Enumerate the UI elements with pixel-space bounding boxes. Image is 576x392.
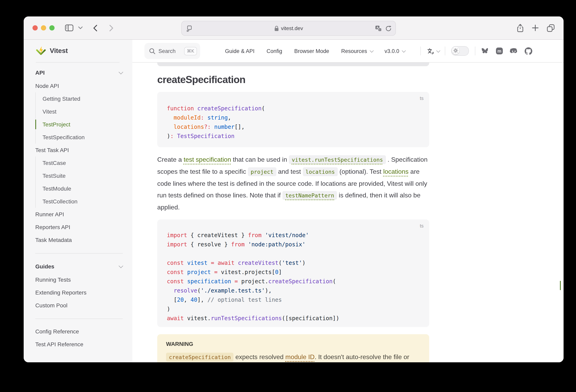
search-icon [149, 48, 155, 54]
discord-icon[interactable] [510, 48, 518, 54]
lock-icon [274, 26, 279, 31]
sidebar-item-testspecification[interactable]: TestSpecification [43, 131, 123, 144]
social-links: m [482, 47, 532, 55]
svg-text:m: m [498, 49, 502, 54]
tab-overview-icon[interactable] [547, 24, 555, 32]
link-module-id[interactable]: module ID [285, 354, 315, 360]
sidebar-item-reporters-api[interactable]: Reporters API [35, 221, 123, 234]
language-menu[interactable]: A [427, 48, 439, 54]
nav-browser-mode[interactable]: Browser Mode [294, 48, 329, 54]
sidebar: Vitest APINode APIGetting StartedVitestT… [24, 40, 132, 362]
sidebar-item-node-api[interactable]: Node API [35, 79, 123, 92]
sidebar-divider [35, 319, 123, 319]
translate-page-icon[interactable]: Ax [375, 25, 382, 31]
warning-callout: WARNING createSpecification expects reso… [157, 334, 429, 362]
sidebar-item-test-api-reference[interactable]: Test API Reference [35, 338, 123, 351]
reload-icon[interactable] [385, 25, 392, 31]
site-header: Search ⌘K Guide & APIConfigBrowser ModeR… [132, 40, 564, 62]
logo-text: Vitest [50, 47, 68, 55]
url-text: vitest.dev [281, 25, 303, 31]
window-controls [32, 25, 55, 30]
sidebar-chevron-icon[interactable] [78, 27, 83, 29]
on-this-page: On this page namevitestserializedConfigg… [560, 129, 564, 362]
sidebar-item-vitest[interactable]: Vitest [43, 105, 123, 118]
sidebar-item-test-task-api[interactable]: Test Task API [35, 144, 123, 156]
inline-code-project: project [248, 167, 276, 176]
sidebar-item-extending-reporters[interactable]: Extending Reporters [35, 286, 123, 299]
code-link-testnamepattern[interactable]: testNamePattern [282, 191, 337, 200]
share-icon[interactable] [517, 24, 524, 32]
link-locations[interactable]: locations [383, 168, 408, 175]
sidebar-toggle-icon[interactable] [65, 25, 73, 31]
sidebar-item-runner-api[interactable]: Runner API [35, 208, 123, 221]
sidebar-section-guides[interactable]: Guides [35, 260, 123, 273]
sidebar-item-testproject[interactable]: TestProject [43, 118, 123, 131]
vitest-logo-icon [36, 46, 46, 56]
search-button[interactable]: Search ⌘K [144, 43, 200, 59]
theme-toggle[interactable] [451, 46, 469, 56]
warning-body: createSpecification expects resolved mod… [166, 351, 420, 362]
code-lang-badge: ts [420, 95, 424, 101]
description-paragraph: Create a test specification that can be … [157, 154, 429, 213]
header-separator [420, 47, 421, 55]
search-shortcut: ⌘K [184, 47, 197, 55]
sidebar-item-custom-pool[interactable]: Custom Pool [35, 299, 123, 312]
scrolled-previous-block [157, 62, 429, 66]
page-title: createSpecification [157, 73, 429, 86]
sidebar-section-api[interactable]: API [35, 66, 123, 79]
browser-toolbar: vitest.dev Ax [24, 16, 564, 40]
main-nav: Guide & APIConfigBrowser ModeResourcesv3… [225, 48, 405, 54]
zoom-window-button[interactable] [49, 25, 55, 30]
translate-icon: A [427, 48, 433, 54]
address-bar[interactable]: vitest.dev Ax [181, 21, 396, 36]
inline-code-locations: locations [303, 167, 338, 176]
code-lang-badge: ts [420, 223, 424, 229]
back-button[interactable] [93, 24, 97, 31]
mastodon-icon[interactable]: m [496, 47, 503, 55]
sidebar-item-testsuite[interactable]: TestSuite [43, 169, 123, 182]
sidebar-item-testcollection[interactable]: TestCollection [43, 195, 123, 208]
page-content: createSpecification ts function createSp… [132, 62, 564, 362]
header-separator [445, 47, 445, 55]
sidebar-item-testmodule[interactable]: TestModule [43, 182, 123, 195]
browser-window: vitest.dev Ax [24, 16, 564, 362]
nav-guide-api[interactable]: Guide & API [225, 48, 255, 54]
link-test-specification[interactable]: test specification [184, 156, 231, 163]
sun-icon [452, 47, 460, 54]
screen: vitest.dev Ax [0, 0, 576, 392]
svg-text:A: A [432, 51, 433, 54]
search-label: Search [158, 48, 184, 54]
code-block-signature: ts function createSpecification( moduleI… [157, 92, 429, 147]
sidebar-item-running-tests[interactable]: Running Tests [35, 273, 123, 286]
code-block-example: ts import { createVitest } from 'vitest/… [157, 219, 429, 327]
nav-resources[interactable]: Resources [341, 48, 373, 54]
github-icon[interactable] [525, 47, 532, 55]
minimize-window-button[interactable] [41, 25, 46, 30]
inline-code-createspecification: createSpecification [166, 353, 234, 362]
sidebar-item-task-metadata[interactable]: Task Metadata [35, 234, 123, 246]
sidebar-item-getting-started[interactable]: Getting Started [43, 92, 123, 105]
new-tab-icon[interactable] [532, 25, 539, 31]
close-window-button[interactable] [32, 25, 38, 30]
bluesky-icon[interactable] [482, 48, 489, 54]
nav-v3-0-0[interactable]: v3.0.0 [384, 48, 405, 54]
code-link-vitest-runtestspecifications[interactable]: vitest.runTestSpecifications [289, 155, 386, 164]
forward-button[interactable] [109, 24, 114, 31]
sidebar-item-testcase[interactable]: TestCase [43, 156, 123, 169]
sidebar-item-config-reference[interactable]: Config Reference [35, 325, 123, 338]
vitest-logo[interactable]: Vitest [24, 40, 132, 62]
nav-config[interactable]: Config [266, 48, 282, 54]
svg-text:x: x [379, 28, 380, 31]
warning-title: WARNING [166, 341, 420, 347]
sidebar-divider [35, 253, 123, 254]
header-separator [475, 47, 476, 55]
